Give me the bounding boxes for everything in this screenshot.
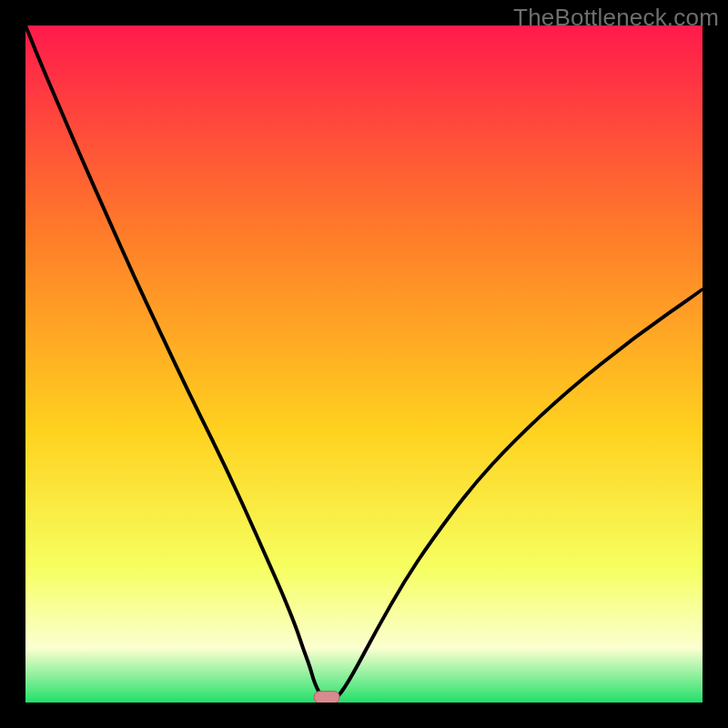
bottleneck-chart (25, 25, 703, 703)
watermark-text: TheBottleneck.com (513, 4, 719, 32)
chart-frame: TheBottleneck.com (0, 0, 728, 728)
plot-area (25, 25, 703, 703)
minimum-marker (314, 692, 339, 703)
